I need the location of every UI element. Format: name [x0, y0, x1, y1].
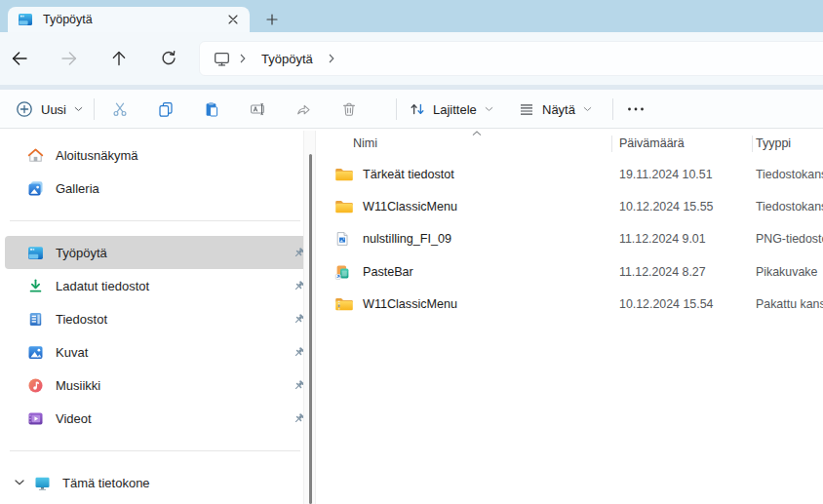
this-pc-icon: [34, 475, 51, 491]
back-button[interactable]: [4, 43, 35, 74]
sidebar-item-label: Musiikki: [56, 378, 100, 393]
column-header-date[interactable]: Päivämäärä: [619, 136, 685, 150]
copy-button[interactable]: [147, 95, 184, 124]
toolbar-divider: [396, 98, 397, 120]
file-list: Nimi Päivämäärä Tyyppi Tärkeät tiedostot…: [318, 131, 823, 504]
sidebar-item-label: Galleria: [56, 181, 99, 196]
column-divider[interactable]: [752, 136, 753, 152]
copy-icon: [158, 101, 174, 117]
view-button[interactable]: Näytä: [511, 95, 600, 124]
sidebar-item-label: Aloitusnäkymä: [56, 148, 138, 163]
new-button[interactable]: Uusi: [8, 95, 91, 124]
documents-icon: [27, 311, 44, 328]
plus-icon: [266, 14, 278, 25]
monitor-icon[interactable]: [214, 51, 230, 67]
more-options-button[interactable]: [620, 95, 651, 124]
sort-button[interactable]: Lajittele: [402, 95, 501, 124]
cut-button[interactable]: [101, 95, 138, 124]
file-date: 10.12.2024 15.55: [619, 200, 713, 213]
sort-button-label: Lajittele: [433, 102, 477, 117]
file-type: Tiedostokansio: [756, 200, 823, 213]
sidebar-item-home[interactable]: Aloitusnäkymä: [5, 138, 314, 172]
table-row[interactable]: Tärkeät tiedostot 19.11.2024 10.51 Tiedo…: [318, 158, 823, 190]
sidebar-item-documents[interactable]: Tiedostot: [5, 302, 314, 335]
file-type: Pikakuvake: [756, 265, 817, 279]
table-row[interactable]: nulstilling_FI_09 11.12.2024 9.01 PNG-ti…: [318, 223, 823, 255]
file-name: W11ClassicMenu: [363, 200, 457, 213]
tab-tyopoyta[interactable]: Työpöytä: [8, 7, 250, 32]
sidebar-item-label: Tiedostot: [56, 312, 107, 327]
sidebar-item-label: Kuvat: [56, 345, 88, 360]
sidebar-scrollbar[interactable]: [303, 131, 316, 504]
sidebar-divider: [10, 450, 300, 451]
table-row[interactable]: PasteBar 11.12.2024 8.27 Pikakuvake: [318, 255, 823, 288]
rename-button[interactable]: [239, 95, 276, 124]
image-file-icon: [334, 231, 358, 247]
sort-icon: [410, 101, 425, 117]
sidebar-item-pictures[interactable]: Kuvat: [5, 335, 314, 368]
sidebar-item-downloads[interactable]: Ladatut tiedostot: [5, 269, 314, 302]
tab-title: Työpöytä: [43, 13, 222, 26]
sidebar-item-label: Ladatut tiedostot: [56, 279, 149, 293]
command-toolbar: Uusi Lajittele: [0, 90, 823, 129]
chevron-right-icon: [240, 54, 246, 63]
new-circle-plus-icon: [16, 100, 33, 118]
back-arrow-icon: [11, 50, 28, 67]
refresh-icon: [160, 50, 177, 67]
navigation-pane: Aloitusnäkymä Galleria Työpöytä Ladatut …: [0, 131, 316, 504]
videos-icon: [27, 410, 44, 427]
file-name: W11ClassicMenu: [363, 297, 457, 311]
chevron-right-icon[interactable]: [329, 54, 334, 63]
sidebar-item-label: Työpöytä: [56, 246, 107, 260]
music-icon: [27, 377, 44, 394]
navigation-bar: Työpöytä: [0, 32, 823, 85]
breadcrumb-segment[interactable]: Työpöytä: [261, 52, 313, 66]
breadcrumb[interactable]: Työpöytä: [199, 41, 823, 76]
chevron-down-icon[interactable]: [12, 480, 27, 485]
paste-button[interactable]: [193, 95, 230, 124]
desktop-icon: [18, 12, 33, 27]
toolbar-divider: [612, 98, 613, 120]
table-row[interactable]: W11ClassicMenu 10.12.2024 15.55 Tiedosto…: [318, 190, 823, 222]
desktop-icon: [27, 245, 44, 261]
chevron-down-icon: [583, 106, 592, 112]
file-explorer-window: Työpöytä: [0, 0, 823, 504]
home-icon: [27, 147, 44, 164]
sidebar-item-label: Tämä tietokone: [62, 476, 150, 490]
forward-button[interactable]: [54, 43, 85, 74]
file-name: nulstilling_FI_09: [363, 232, 451, 246]
share-button[interactable]: [285, 95, 322, 124]
table-row[interactable]: W11ClassicMenu 10.12.2024 15.54 Pakattu …: [318, 289, 823, 321]
toolbar-divider: [94, 98, 95, 120]
folder-icon: [334, 199, 358, 214]
up-button[interactable]: [103, 43, 135, 74]
cut-icon: [112, 101, 128, 117]
new-tab-button[interactable]: [260, 8, 284, 31]
sidebar-item-videos[interactable]: Videot: [5, 402, 314, 435]
refresh-button[interactable]: [153, 43, 184, 74]
sidebar-item-this-pc[interactable]: Tämä tietokone: [5, 466, 314, 499]
sort-ascending-icon: [472, 131, 482, 136]
delete-button[interactable]: [331, 95, 368, 124]
column-header-name[interactable]: Nimi: [353, 136, 377, 150]
sidebar-item-desktop[interactable]: Työpöytä: [5, 236, 314, 269]
zip-folder-icon: [334, 296, 358, 312]
downloads-icon: [27, 278, 44, 294]
file-type: Tiedostokansio: [756, 168, 823, 181]
file-rows: Tärkeät tiedostot 19.11.2024 10.51 Tiedo…: [318, 158, 823, 321]
more-icon: [627, 106, 645, 112]
share-icon: [295, 101, 311, 117]
sidebar-item-gallery[interactable]: Galleria: [5, 172, 314, 205]
pictures-icon: [27, 344, 44, 361]
column-header-type[interactable]: Tyyppi: [756, 136, 791, 150]
file-date: 11.12.2024 8.27: [619, 265, 706, 279]
forward-arrow-icon: [60, 50, 78, 67]
sidebar-item-music[interactable]: Musiikki: [5, 368, 314, 402]
sidebar-item-label: Videot: [56, 411, 92, 426]
scrollbar-thumb[interactable]: [309, 154, 312, 504]
file-type: PNG-tiedosto: [756, 232, 823, 246]
column-divider[interactable]: [611, 136, 612, 152]
rename-icon: [250, 101, 265, 117]
close-icon[interactable]: [222, 9, 244, 30]
up-arrow-icon: [110, 50, 128, 67]
